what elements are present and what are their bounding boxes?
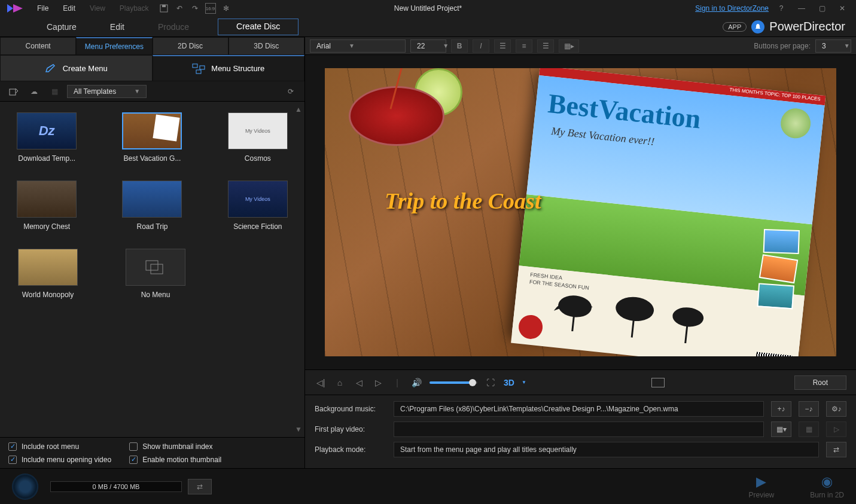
svg-rect-5 bbox=[10, 89, 16, 95]
mode-capture[interactable]: Capture bbox=[42, 19, 81, 35]
buttons-per-page-dropdown[interactable]: 3▼ bbox=[815, 39, 851, 53]
menu-view: View bbox=[83, 2, 112, 15]
burn-button[interactable]: ◉ Burn in 2D bbox=[810, 474, 844, 499]
template-item[interactable]: Best Vacation G... bbox=[117, 112, 187, 163]
minimize-icon[interactable]: — bbox=[796, 3, 807, 14]
bg-music-input[interactable]: C:\Program Files (x86)\CyberLink\Templat… bbox=[394, 401, 764, 417]
italic-button[interactable]: I bbox=[473, 39, 489, 53]
template-label: World Monopoly bbox=[12, 291, 84, 299]
browse-video-button[interactable]: ▦▾ bbox=[771, 421, 791, 437]
checkbox-label: Include root menu bbox=[22, 442, 79, 451]
add-music-button[interactable]: +♪ bbox=[771, 401, 791, 417]
subtab-content[interactable]: Content bbox=[0, 37, 76, 55]
create-menu-button[interactable]: Create Menu bbox=[0, 55, 153, 81]
menu-edit[interactable]: Edit bbox=[56, 2, 83, 15]
music-settings-button[interactable]: ⚙♪ bbox=[826, 401, 846, 417]
prev-chapter-icon[interactable]: ◁| bbox=[315, 378, 327, 387]
subtab-menu-preferences[interactable]: Menu Preferences bbox=[76, 37, 152, 55]
aspect-icon[interactable]: 16:9 bbox=[205, 3, 216, 14]
layout-button[interactable]: ▦▸ bbox=[559, 39, 579, 53]
menu-title-text[interactable]: Trip to the Coast bbox=[385, 188, 541, 214]
menu-preview[interactable]: THIS MONTH'S TOPIC: TOP 100 PLACES BestV… bbox=[325, 68, 836, 356]
volume-slider[interactable] bbox=[429, 381, 477, 384]
menu-file[interactable]: File bbox=[30, 2, 56, 15]
template-filter-dropdown[interactable]: All Templates ▼ bbox=[67, 85, 147, 98]
font-size-dropdown[interactable]: 22▼ bbox=[410, 39, 446, 53]
playback-mode-button[interactable]: ⇄ bbox=[826, 442, 846, 457]
template-item[interactable]: Memory Chest bbox=[12, 181, 81, 231]
maximize-icon[interactable]: ▢ bbox=[817, 3, 827, 14]
template-item[interactable]: My Videos Science Fiction bbox=[223, 181, 293, 231]
save-icon[interactable] bbox=[159, 3, 169, 14]
burn-disc-icon: ◉ bbox=[821, 474, 833, 490]
undo-icon[interactable]: ↶ bbox=[174, 3, 185, 14]
template-thumb bbox=[122, 112, 182, 149]
import-icon[interactable] bbox=[8, 86, 19, 97]
remove-music-button[interactable]: −♪ bbox=[799, 401, 819, 417]
cloud-icon[interactable]: ☁ bbox=[29, 86, 39, 97]
template-item[interactable]: My Videos Cosmos bbox=[223, 112, 293, 163]
first-play-input[interactable] bbox=[394, 421, 764, 437]
checkbox-opening-video[interactable]: ✓Include menu opening video bbox=[8, 456, 111, 464]
bg-music-label: Background music: bbox=[315, 405, 386, 413]
template-item[interactable]: No Menu bbox=[120, 249, 191, 299]
scroll-up-icon[interactable]: ▲ bbox=[295, 105, 302, 114]
checkbox-thumb-index[interactable]: Show thumbnail index bbox=[129, 442, 221, 451]
help-icon[interactable]: ? bbox=[776, 3, 787, 14]
svg-point-10 bbox=[672, 306, 705, 328]
align-right-button[interactable]: ☰ bbox=[537, 39, 554, 53]
menu-playback: Playback bbox=[112, 2, 156, 15]
swap-button[interactable]: ⇄ bbox=[188, 479, 212, 494]
template-thumb: My Videos bbox=[228, 112, 288, 149]
glass-graphic bbox=[349, 68, 456, 158]
menu-structure-button[interactable]: Menu Structure bbox=[153, 55, 305, 81]
chevron-down-icon: ▼ bbox=[134, 88, 140, 94]
signin-link[interactable]: Sign in to DirectorZone bbox=[695, 4, 769, 13]
align-left-button[interactable]: ☰ bbox=[494, 39, 511, 53]
snapshot-icon[interactable]: ⛶ bbox=[485, 378, 496, 387]
notification-icon[interactable] bbox=[751, 20, 764, 33]
preview-button[interactable]: ▶ Preview bbox=[749, 474, 775, 499]
subtab-2d-disc[interactable]: 2D Disc bbox=[153, 37, 229, 55]
magazine-graphic: THIS MONTH'S TOPIC: TOP 100 PLACES BestV… bbox=[512, 68, 825, 356]
display-icon[interactable] bbox=[651, 378, 665, 387]
template-label: Download Temp... bbox=[12, 154, 81, 163]
checkbox-root-menu[interactable]: ✓Include root menu bbox=[8, 442, 111, 451]
root-button[interactable]: Root bbox=[794, 375, 846, 390]
template-item[interactable]: Road Trip bbox=[117, 181, 187, 231]
first-play-label: First play video: bbox=[315, 425, 386, 433]
preview-area: THIS MONTH'S TOPIC: TOP 100 PLACES BestV… bbox=[305, 55, 856, 369]
grid-icon[interactable]: ▦ bbox=[49, 86, 60, 97]
volume-icon[interactable]: 🔊 bbox=[410, 378, 422, 387]
mode-edit[interactable]: Edit bbox=[105, 19, 129, 35]
align-center-button[interactable]: ≡ bbox=[516, 39, 532, 53]
play-icon: ▶ bbox=[756, 474, 766, 490]
font-dropdown[interactable]: Arial▼ bbox=[310, 39, 406, 53]
pencil-icon bbox=[45, 63, 57, 73]
mode-produce[interactable]: Produce bbox=[153, 19, 194, 35]
scroll-down-icon[interactable]: ▼ bbox=[295, 425, 302, 433]
template-thumb bbox=[18, 249, 78, 286]
app-store-button[interactable]: APP bbox=[723, 22, 747, 32]
3d-toggle[interactable]: 3D bbox=[504, 378, 514, 387]
options-row: ✓Include root menu ✓Include menu opening… bbox=[0, 437, 304, 468]
refresh-icon[interactable]: ⟳ bbox=[285, 86, 296, 97]
svg-rect-4 bbox=[196, 70, 201, 74]
next-icon[interactable]: ▷ bbox=[372, 378, 384, 387]
close-icon[interactable]: ✕ bbox=[837, 3, 848, 14]
font-name: Arial bbox=[316, 42, 331, 50]
home-icon[interactable]: ⌂ bbox=[334, 378, 346, 387]
settings-icon[interactable]: ✻ bbox=[221, 3, 231, 14]
playback-controls: ◁| ⌂ ◁ ▷ | 🔊 ⛶ 3D▼ Root bbox=[305, 369, 856, 395]
subtab-3d-disc[interactable]: 3D Disc bbox=[229, 37, 304, 55]
template-label: Memory Chest bbox=[12, 222, 81, 231]
mode-create-disc[interactable]: Create Disc bbox=[218, 19, 298, 35]
template-item[interactable]: Dz Download Temp... bbox=[12, 112, 81, 163]
template-item[interactable]: World Monopoly bbox=[12, 249, 84, 299]
buttons-per-page-label: Buttons per page: bbox=[754, 42, 811, 50]
checkbox-motion-thumb[interactable]: ✓Enable motion thumbnail bbox=[129, 456, 221, 464]
bold-button[interactable]: B bbox=[451, 39, 468, 53]
redo-icon[interactable]: ↷ bbox=[190, 3, 200, 14]
prev-icon[interactable]: ◁ bbox=[353, 378, 365, 387]
playback-mode-input[interactable]: Start from the menu page and play all ti… bbox=[394, 442, 819, 457]
